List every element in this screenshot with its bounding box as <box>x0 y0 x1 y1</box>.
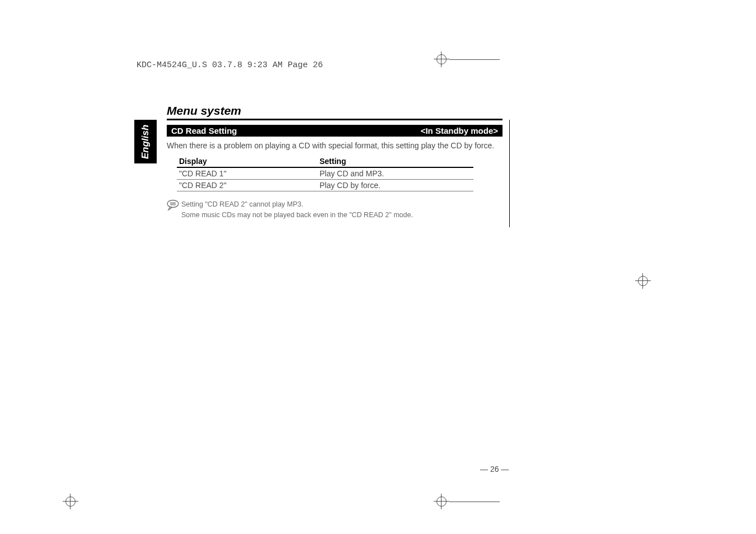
heading-left: CD Read Setting <box>171 126 237 135</box>
main-content: Menu system CD Read Setting <In Standby … <box>167 104 503 221</box>
subsection-heading: CD Read Setting <In Standby mode> <box>167 125 503 137</box>
section-title: Menu system <box>167 104 503 120</box>
language-tab: English <box>134 120 157 163</box>
cell-display: "CD READ 2" <box>177 181 320 190</box>
registration-mark-bottom <box>434 494 500 509</box>
column-separator <box>509 120 510 227</box>
table-header: Display Setting <box>177 156 473 168</box>
registration-mark-right <box>635 273 651 291</box>
col-header-display: Display <box>177 157 320 166</box>
print-header: KDC-M4524G_U.S 03.7.8 9:23 AM Page 26 <box>137 60 323 70</box>
col-header-setting: Setting <box>320 157 473 166</box>
note-text: Setting "CD READ 2" cannot play MP3. Som… <box>181 199 413 221</box>
note-line-1: Setting "CD READ 2" cannot play MP3. <box>181 200 303 208</box>
registration-mark-left <box>63 494 78 512</box>
note-line-2: Some music CDs may not be played back ev… <box>181 211 413 219</box>
intro-text: When there is a problem on playing a CD … <box>167 140 503 151</box>
heading-right: <In Standby mode> <box>421 126 498 135</box>
note-icon <box>167 199 181 221</box>
cell-setting: Play CD by force. <box>320 181 473 190</box>
cell-setting: Play CD and MP3. <box>320 169 473 178</box>
settings-table: Display Setting "CD READ 1" Play CD and … <box>177 156 473 191</box>
table-row: "CD READ 1" Play CD and MP3. <box>177 168 473 180</box>
note: Setting "CD READ 2" cannot play MP3. Som… <box>167 199 503 221</box>
cell-display: "CD READ 1" <box>177 169 320 178</box>
registration-mark-top <box>434 51 500 67</box>
table-row: "CD READ 2" Play CD by force. <box>177 180 473 191</box>
page-number: — 26 — <box>480 465 509 474</box>
